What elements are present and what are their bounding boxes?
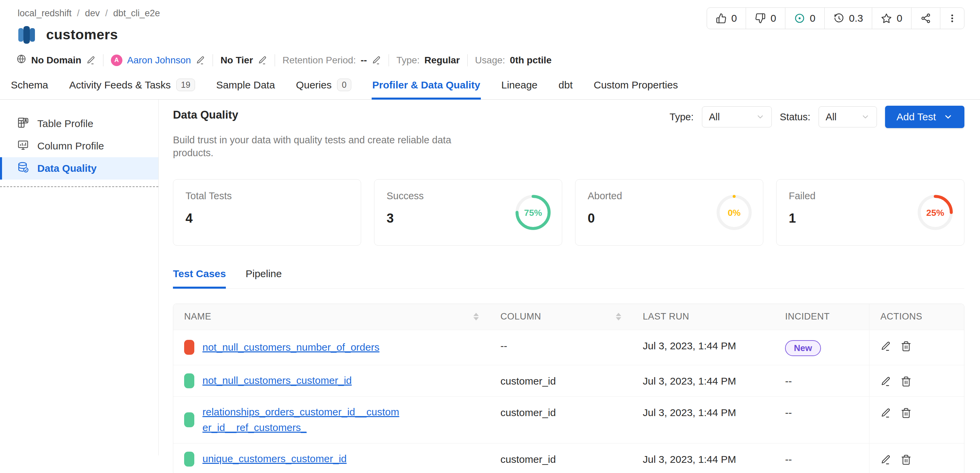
test-column-cell: -- — [490, 330, 632, 365]
type-label: Type: — [396, 55, 420, 66]
chevron-down-icon — [756, 113, 765, 121]
section-heading: Data Quality — [173, 106, 239, 121]
owner-link[interactable]: Aaron Johnson — [127, 55, 191, 66]
svg-text:75%: 75% — [524, 207, 542, 217]
status-filter-select[interactable]: All — [819, 106, 877, 127]
retention-value: -- — [361, 55, 367, 66]
column-header-label: COLUMN — [501, 311, 541, 322]
test-case-link[interactable]: not_null_customers_number_of_orders — [202, 340, 379, 356]
delete-test-icon[interactable] — [900, 408, 912, 419]
sidebar-item-data-quality[interactable]: Data Quality — [0, 157, 158, 179]
meta-separator — [467, 54, 468, 67]
downvote-count: 0 — [770, 13, 776, 24]
sidebar-divider — [0, 186, 158, 187]
tab-pipeline[interactable]: Pipeline — [245, 268, 282, 288]
add-test-button[interactable]: Add Test — [885, 106, 964, 128]
star-button[interactable]: 0 — [872, 8, 911, 29]
edit-test-icon[interactable] — [880, 376, 891, 387]
retention-meta: Retention Period: -- — [282, 55, 381, 66]
test-case-link[interactable]: not_null_customers_customer_id — [202, 373, 352, 389]
edit-owner-icon[interactable] — [196, 56, 205, 65]
domain-meta: No Domain — [16, 54, 95, 67]
failed-progress-ring: 25% — [916, 194, 954, 231]
owner-avatar[interactable]: A — [111, 54, 123, 66]
table-profile-icon — [17, 117, 29, 131]
column-header-name[interactable]: NAME — [173, 304, 490, 330]
tab-activity-feeds[interactable]: Activity Feeds & Tasks 19 — [68, 76, 196, 99]
test-column-cell: customer_id — [490, 397, 632, 443]
sort-icon[interactable] — [473, 313, 479, 321]
column-header-last-run: LAST RUN — [632, 304, 775, 330]
upvote-button[interactable]: 0 — [707, 8, 746, 29]
tier-meta: No Tier — [220, 55, 267, 66]
column-header-column[interactable]: COLUMN — [490, 304, 632, 330]
test-status-indicator-success — [184, 373, 194, 388]
test-case-link[interactable]: relationships_orders_customer_id__custom… — [202, 404, 401, 436]
tab-label: Lineage — [501, 79, 538, 91]
edit-test-icon[interactable] — [880, 454, 891, 465]
card-value: 4 — [186, 211, 348, 225]
test-last-run-cell: Jul 3, 2023, 1:44 PM — [632, 397, 775, 443]
downvote-button[interactable]: 0 — [746, 8, 785, 29]
kebab-menu-icon — [947, 13, 957, 23]
delete-test-icon[interactable] — [900, 376, 912, 387]
edit-tier-icon[interactable] — [258, 56, 267, 65]
profiler-sidebar: Table Profile Column Profile Data Qualit… — [0, 100, 159, 456]
tab-queries[interactable]: Queries 0 — [295, 76, 352, 99]
column-header-label: INCIDENT — [785, 311, 830, 322]
column-header-label: NAME — [184, 311, 211, 322]
test-case-link[interactable]: unique_customers_customer_id — [202, 451, 347, 467]
breadcrumb-item-schema[interactable]: dbt_cli_e2e — [113, 8, 160, 19]
domain-value: No Domain — [31, 55, 81, 66]
edit-test-icon[interactable] — [880, 408, 891, 419]
breadcrumb-item-database[interactable]: dev — [85, 8, 100, 19]
tab-label: Sample Data — [216, 79, 275, 91]
redshift-table-icon — [16, 24, 37, 45]
tab-schema[interactable]: Schema — [10, 76, 49, 99]
incident-target-icon — [794, 13, 805, 24]
share-button[interactable] — [911, 8, 940, 29]
incidents-button[interactable]: 0 — [785, 8, 824, 29]
sort-icon[interactable] — [616, 313, 621, 321]
tab-profiler-data-quality[interactable]: Profiler & Data Quality — [372, 76, 481, 99]
test-status-indicator-failed — [184, 340, 194, 355]
more-options-button[interactable] — [940, 8, 964, 29]
version-history-button[interactable]: 0.3 — [824, 8, 872, 29]
type-filter-select[interactable]: All — [702, 106, 772, 127]
tab-custom-properties[interactable]: Custom Properties — [593, 76, 679, 99]
tab-sample-data[interactable]: Sample Data — [215, 76, 275, 99]
history-clock-icon — [834, 13, 844, 24]
tab-dbt[interactable]: dbt — [558, 76, 573, 99]
sidebar-item-label: Data Quality — [37, 163, 97, 174]
usage-label: Usage: — [475, 55, 505, 66]
card-label: Total Tests — [186, 190, 348, 202]
tab-label: Custom Properties — [594, 79, 678, 91]
edit-retention-icon[interactable] — [372, 56, 381, 65]
chevron-down-icon — [861, 113, 870, 121]
page: local_redshift / dev / dbt_cli_e2e 0 0 0 — [0, 0, 980, 473]
meta-separator — [103, 54, 103, 67]
incident-badge-new[interactable]: New — [785, 340, 821, 356]
add-test-label: Add Test — [897, 111, 936, 123]
thumbs-down-icon — [755, 13, 766, 24]
tab-lineage[interactable]: Lineage — [501, 76, 538, 99]
svg-text:0%: 0% — [728, 207, 741, 217]
summary-cards: Total Tests 4 Success 3 75% Aborted 0 0% — [173, 179, 964, 246]
test-status-indicator-success — [184, 452, 194, 467]
tab-count-badge: 0 — [337, 79, 351, 91]
column-profile-icon — [17, 139, 29, 154]
usage-meta: Usage: 0th pctile — [475, 55, 552, 66]
type-filter-value: All — [709, 111, 720, 123]
breadcrumb-item-service[interactable]: local_redshift — [18, 8, 72, 19]
test-last-run-cell: Jul 3, 2023, 1:44 PM — [632, 330, 775, 365]
edit-test-icon[interactable] — [880, 341, 891, 352]
edit-domain-icon[interactable] — [86, 56, 95, 65]
delete-test-icon[interactable] — [900, 341, 912, 352]
delete-test-icon[interactable] — [900, 454, 912, 465]
meta-separator — [213, 54, 213, 67]
sidebar-item-table-profile[interactable]: Table Profile — [0, 113, 158, 135]
sidebar-item-column-profile[interactable]: Column Profile — [0, 135, 158, 157]
test-last-run-cell: Jul 3, 2023, 1:44 PM — [632, 365, 775, 397]
retention-label: Retention Period: — [282, 55, 356, 66]
tab-test-cases[interactable]: Test Cases — [173, 268, 226, 288]
